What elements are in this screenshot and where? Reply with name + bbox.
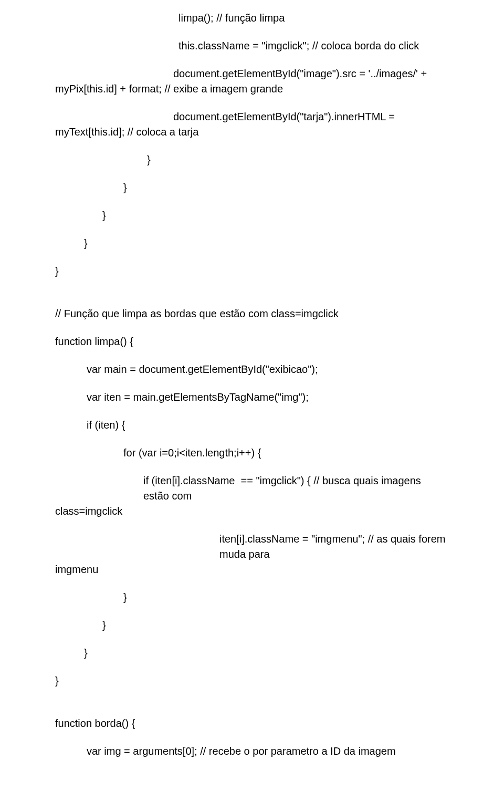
code-line: } [55, 180, 449, 195]
code-line: var main = document.getElementById("exib… [55, 362, 449, 377]
document-page: limpa(); // função limpa this.className … [0, 0, 504, 812]
code-line: function limpa() { [55, 334, 449, 349]
code-line: } [55, 590, 449, 605]
code-line: myText[this.id]; // coloca a tarja [55, 124, 449, 140]
code-line: var img = arguments[0]; // recebe o por … [55, 744, 449, 759]
code-line: class=imgclick [55, 504, 449, 519]
code-line: iten[i].className = "imgmenu"; // as qua… [55, 532, 449, 562]
code-line: for (var i=0;i<iten.length;i++) { [55, 445, 449, 461]
code-line: this.className = "imgclick"; // coloca b… [55, 38, 449, 54]
code-line: myPix[this.id] + format; // exibe a imag… [55, 81, 449, 97]
code-line: if (iten) { [55, 418, 449, 433]
code-line: } [55, 646, 449, 661]
code-line: limpa(); // função limpa [55, 11, 449, 26]
code-line: } [55, 673, 449, 689]
code-line: } [55, 208, 449, 223]
code-line: document.getElementById("tarja").innerHT… [55, 109, 449, 124]
code-line: var iten = main.getElementsByTagName("im… [55, 390, 449, 405]
code-line: } [55, 152, 449, 168]
code-line: imgmenu [55, 562, 449, 577]
code-line: document.getElementById("image").src = '… [55, 66, 449, 81]
code-line: function borda() { [55, 716, 449, 731]
code-line: } [55, 618, 449, 633]
code-line: } [55, 264, 449, 279]
code-line: // Função que limpa as bordas que estão … [55, 306, 449, 321]
code-line: } [55, 236, 449, 251]
code-line: if (iten[i].className == "imgclick") { /… [55, 473, 449, 504]
